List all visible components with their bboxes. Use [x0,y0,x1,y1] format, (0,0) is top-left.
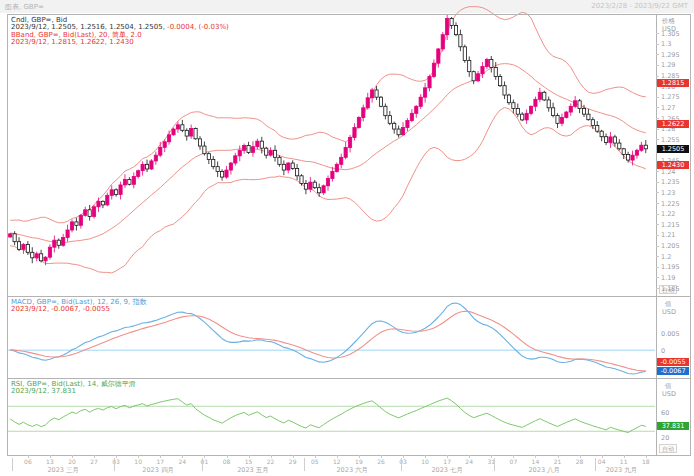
price-tick-label: 1.305 [661,30,680,38]
macd-axis-unit: USD [662,308,676,316]
price-axis-tick [656,171,659,172]
month-boundary-tick [114,458,115,471]
time-day-label: 10 [420,458,430,465]
price-tick-label: 1.225 [661,200,680,208]
time-day-label: 21 [553,458,563,465]
chart-window: 图表, GBP= 2023/2/28 - 2023/9/22 GMT Cndl,… [0,0,694,476]
time-day-label: 03 [111,458,121,465]
rsi-legend: RSI, GBP=, Bid(Last), 14, 威尔德平滑 2023/9/1… [11,381,136,396]
time-day-label: 26 [376,458,386,465]
rsi-axis-auto-button[interactable]: 自动 [659,444,677,453]
main-legend: Cndl, GBP=, Bid 2023/9/12, 1.2505, 1.251… [11,17,229,47]
frame-left-line [7,14,8,455]
last-price-badge: 1.2505 [657,145,689,153]
price-tick-label: 1.2 [661,253,671,261]
time-day-label: 18 [641,458,651,465]
month-boundary-tick [401,458,402,471]
macd-panel-separator[interactable] [7,296,691,297]
price-axis-tick [656,76,659,77]
time-day-label: 14 [530,458,540,465]
bband-price-badge: 1.2430 [657,161,689,169]
price-axis-tick [656,256,659,257]
price-tick-label: 1.21 [661,231,675,239]
price-axis-tick [656,54,659,55]
time-day-label: 10 [133,458,143,465]
time-day-label: 04 [597,458,607,465]
month-boundary-tick [202,458,203,471]
month-boundary-tick [304,458,305,471]
time-day-label: 24 [177,458,187,465]
price-tick-label: 1.295 [661,51,680,59]
price-axis-tick [656,288,659,289]
macd-tick-label: 0 [661,347,665,355]
time-day-label: 17 [155,458,165,465]
price-tick-label: 1.275 [661,93,680,101]
price-axis-tick [656,44,659,45]
price-tick-label: 1.205 [661,242,680,250]
time-day-label: 01 [199,458,209,465]
macd-legend-values: 2023/9/12, -0.0067, -0.0055 [11,305,110,313]
time-day-label: 24 [464,458,474,465]
price-tick-label: 1.255 [661,136,680,144]
time-day-label: 13 [45,458,55,465]
rsi-tick-label: 20 [661,434,669,442]
time-month-label: 2023 五月 [223,466,283,475]
time-day-label: 11 [619,458,629,465]
time-day-label: 29 [288,458,298,465]
price-axis-tick [656,267,659,268]
bband-price-badge: 1.2622 [657,120,689,128]
price-axis-tick [656,139,659,140]
price-tick-label: 1.29 [661,61,675,69]
price-axis-tick [656,65,659,66]
price-axis-tick [656,97,659,98]
price-axis-tick [656,118,659,119]
time-day-label: 28 [575,458,585,465]
time-axis-line [7,455,691,456]
rsi-panel-separator[interactable] [7,378,691,379]
price-axis-tick [656,246,659,247]
macd-value-badge: -0.0067 [657,367,689,375]
time-month-label: 2023 四月 [128,466,188,475]
price-axis-tick [656,192,659,193]
price-tick-label: 1.19 [661,274,675,282]
macd-tick-label: 0.005 [661,330,680,338]
macd-signal-badge: -0.0055 [657,358,689,366]
time-month-label: 2023 六月 [322,466,382,475]
time-day-label: 08 [222,458,232,465]
price-tick-label: 1.215 [661,221,680,229]
price-axis-tick [656,107,659,108]
time-day-label: 19 [354,458,364,465]
price-axis-tick [656,277,659,278]
rsi-value-badge: 37.831 [657,422,689,430]
price-tick-label: 1.3 [661,40,671,48]
rsi-tick-label: 60 [661,409,669,417]
candle-legend-change: -0.0004, (-0.03%) [165,23,229,31]
time-day-label: 06 [23,458,33,465]
chart-canvas[interactable] [0,0,694,476]
frame-top-line [7,14,691,15]
time-day-label: 07 [508,458,518,465]
bband-legend-values: 2023/9/12, 1.2815, 1.2622, 1.2430 [11,38,134,46]
price-tick-label: 1.235 [661,178,680,186]
time-day-label: 17 [442,458,452,465]
month-boundary-tick [494,458,495,471]
price-tick-label: 1.185 [661,285,680,293]
time-day-label: 31 [486,458,496,465]
time-day-label: 27 [89,458,99,465]
time-day-label: 05 [310,458,320,465]
price-axis-tick [656,224,659,225]
frame-right-line [690,14,691,455]
time-month-label: 2023 九月 [592,466,652,475]
price-tick-label: 1.27 [661,104,675,112]
price-axis-tick [656,129,659,130]
macd-legend: MACD, GBP=, Bid(Last), 12, 26, 9, 指数 202… [11,299,147,314]
price-axis-tick [656,203,659,204]
time-day-label: 15 [244,458,254,465]
month-boundary-tick [12,458,13,471]
time-day-label: 03 [398,458,408,465]
price-tick-label: 1.23 [661,189,675,197]
time-month-label: 2023 三月 [33,466,93,475]
time-month-label: 2023 八月 [514,466,574,475]
price-axis-tick [656,235,659,236]
price-tick-label: 1.22 [661,210,675,218]
